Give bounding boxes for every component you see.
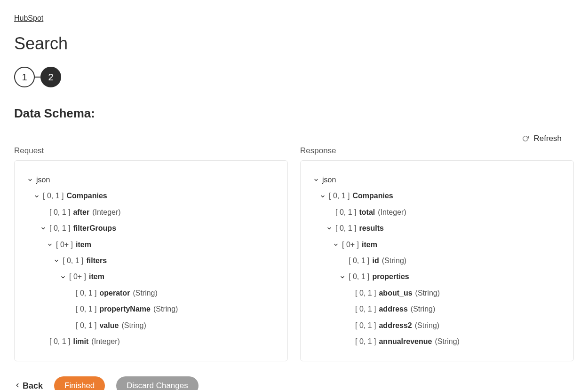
node-name: json <box>36 173 50 187</box>
node-name: address <box>379 302 407 316</box>
cardinality-label: [ 0+ ] <box>342 238 359 252</box>
cardinality-label: [ 0, 1 ] <box>335 221 356 235</box>
tree-row: [ 0, 1 ] annualrevenue (String) <box>313 335 561 349</box>
node-name: Companies <box>66 189 107 203</box>
node-name: filterGroups <box>73 221 116 235</box>
tree-row[interactable]: [ 0, 1 ] Companies <box>27 189 275 203</box>
chevron-down-icon[interactable] <box>47 242 53 248</box>
node-type: (Integer) <box>378 205 406 219</box>
cardinality-label: [ 0, 1 ] <box>329 189 350 203</box>
tree-row[interactable]: [ 0+ ] item <box>27 238 275 252</box>
cardinality-label: [ 0, 1 ] <box>49 335 70 349</box>
tree-row: [ 0, 1 ] about_us (String) <box>313 286 561 300</box>
cardinality-label: [ 0, 1 ] <box>355 319 376 333</box>
node-name: operator <box>99 286 130 300</box>
response-title: Response <box>300 146 574 156</box>
page-title: Search <box>14 34 574 54</box>
finished-button[interactable]: Finished <box>54 376 105 390</box>
cardinality-label: [ 0, 1 ] <box>43 189 64 203</box>
refresh-button[interactable]: Refresh <box>522 134 562 143</box>
chevron-down-icon[interactable] <box>33 193 40 200</box>
node-type: (String) <box>133 286 157 300</box>
tree-row: [ 0, 1 ] total (Integer) <box>313 205 561 219</box>
node-type: (String) <box>411 302 435 316</box>
step-2[interactable]: 2 <box>40 67 61 87</box>
chevron-down-icon[interactable] <box>40 225 47 232</box>
tree-row[interactable]: json <box>313 173 561 187</box>
back-label: Back <box>23 381 43 390</box>
chevron-down-icon[interactable] <box>326 225 333 232</box>
node-name: propertyName <box>99 302 150 316</box>
cardinality-label: [ 0, 1 ] <box>355 302 376 316</box>
chevron-down-icon[interactable] <box>27 177 33 183</box>
step-1[interactable]: 1 <box>14 67 35 87</box>
chevron-down-icon[interactable] <box>313 177 319 183</box>
node-name: limit <box>73 335 88 349</box>
cardinality-label: [ 0, 1 ] <box>63 254 83 268</box>
cardinality-label: [ 0, 1 ] <box>49 205 70 219</box>
request-schema-card: json[ 0, 1 ] Companies[ 0, 1 ] after (In… <box>14 160 288 361</box>
cardinality-label: [ 0, 1 ] <box>335 205 356 219</box>
cardinality-label: [ 0, 1 ] <box>49 221 70 235</box>
refresh-icon <box>522 135 529 142</box>
breadcrumb-root-link[interactable]: HubSpot <box>14 14 43 22</box>
tree-row: [ 0, 1 ] address (String) <box>313 302 561 316</box>
node-name: about_us <box>379 286 412 300</box>
cardinality-label: [ 0, 1 ] <box>76 302 96 316</box>
chevron-left-icon <box>14 381 21 390</box>
node-name: properties <box>372 270 409 284</box>
cardinality-label: [ 0+ ] <box>69 270 86 284</box>
node-name: item <box>362 238 377 252</box>
cardinality-label: [ 0, 1 ] <box>355 335 376 349</box>
chevron-down-icon[interactable] <box>339 274 346 281</box>
cardinality-label: [ 0, 1 ] <box>76 286 96 300</box>
node-name: total <box>359 205 375 219</box>
tree-row: [ 0, 1 ] propertyName (String) <box>27 302 275 316</box>
tree-row[interactable]: json <box>27 173 275 187</box>
node-name: item <box>76 238 91 252</box>
tree-row[interactable]: [ 0, 1 ] filters <box>27 254 275 268</box>
node-type: (String) <box>415 286 440 300</box>
section-title: Data Schema: <box>14 106 574 121</box>
chevron-down-icon[interactable] <box>319 193 326 200</box>
stepper: 1 2 <box>14 67 574 87</box>
node-name: Companies <box>352 189 393 203</box>
tree-row[interactable]: [ 0, 1 ] filterGroups <box>27 221 275 235</box>
cardinality-label: [ 0, 1 ] <box>76 319 96 333</box>
response-schema-card: json[ 0, 1 ] Companies[ 0, 1 ] total (In… <box>300 160 574 361</box>
tree-row[interactable]: [ 0+ ] item <box>27 270 275 284</box>
tree-row: [ 0, 1 ] address2 (String) <box>313 319 561 333</box>
node-name: value <box>99 319 119 333</box>
tree-row[interactable]: [ 0+ ] item <box>313 238 561 252</box>
tree-row: [ 0, 1 ] id (String) <box>313 254 561 268</box>
node-name: after <box>73 205 89 219</box>
node-name: id <box>372 254 379 268</box>
node-name: json <box>322 173 336 187</box>
tree-row[interactable]: [ 0, 1 ] Companies <box>313 189 561 203</box>
node-type: (Integer) <box>92 205 120 219</box>
node-name: annualrevenue <box>379 335 432 349</box>
tree-row[interactable]: [ 0, 1 ] properties <box>313 270 561 284</box>
discard-button[interactable]: Discard Changes <box>116 376 198 390</box>
cardinality-label: [ 0+ ] <box>56 238 73 252</box>
node-name: results <box>359 221 383 235</box>
chevron-down-icon[interactable] <box>60 274 66 281</box>
node-type: (Integer) <box>91 335 119 349</box>
refresh-label: Refresh <box>533 134 562 143</box>
node-type: (String) <box>382 254 406 268</box>
node-name: item <box>89 270 104 284</box>
node-name: filters <box>86 254 107 268</box>
node-type: (String) <box>435 335 459 349</box>
tree-row[interactable]: [ 0, 1 ] results <box>313 221 561 235</box>
chevron-down-icon[interactable] <box>53 257 60 264</box>
tree-row: [ 0, 1 ] operator (String) <box>27 286 275 300</box>
tree-row: [ 0, 1 ] after (Integer) <box>27 205 275 219</box>
step-connector <box>35 77 40 78</box>
tree-row: [ 0, 1 ] value (String) <box>27 319 275 333</box>
node-name: address2 <box>379 319 412 333</box>
back-button[interactable]: Back <box>14 381 43 390</box>
request-title: Request <box>14 146 288 156</box>
node-type: (String) <box>415 319 439 333</box>
tree-row: [ 0, 1 ] limit (Integer) <box>27 335 275 349</box>
chevron-down-icon[interactable] <box>333 242 339 248</box>
